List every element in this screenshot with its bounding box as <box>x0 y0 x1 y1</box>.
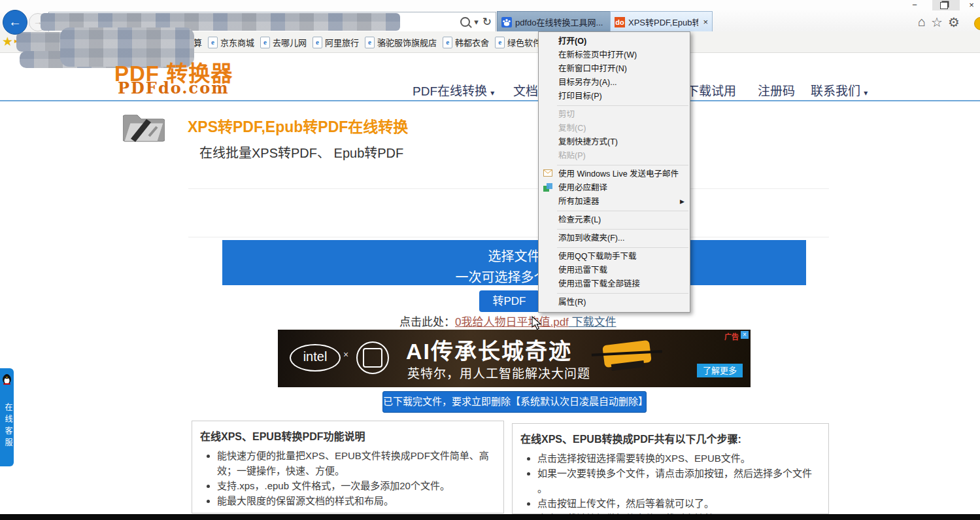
chevron-down-icon: ▾ <box>490 88 494 97</box>
minimize-button[interactable]: − <box>906 1 923 10</box>
menu-item-cut: 剪切 <box>539 108 690 122</box>
select-multiple-label: 一次可选择多个文件 <box>222 267 806 286</box>
header-divider <box>0 100 980 101</box>
features-title: 在线XPS、EPUB转换PDF功能说明 <box>200 428 496 443</box>
menu-item-all-accelerators[interactable]: 所有加速器 ▶ <box>539 195 690 209</box>
menu-item-windows-live-email[interactable]: 使用 Windows Live 发送电子邮件 <box>539 167 690 181</box>
ad-headline: AI传承长城奇迹 <box>406 334 572 366</box>
download-file-suffix-link[interactable]: 下载文件 <box>569 316 617 328</box>
steps-box: 在线XPS、EPUB转换成PDF共有以下几个步骤: 点击选择按钮选择需要转换的X… <box>512 423 829 514</box>
menu-item-label: 所有加速器 <box>558 197 600 206</box>
steps-list: 点击选择按钮选择需要转换的XPS、EPUB文件。 如果一次要转换多个文件，请点击… <box>520 451 820 520</box>
favorites-item[interactable]: e骆驼服饰旗舰店 <box>365 36 437 48</box>
menu-separator <box>557 293 688 294</box>
menu-item-open[interactable]: 打开(O) <box>539 35 690 48</box>
menu-item-save-target-as[interactable]: 目标另存为(A)... <box>539 76 690 90</box>
intel-logo: intel <box>290 344 341 372</box>
chevron-down-icon[interactable]: ▾ <box>474 17 479 27</box>
favorites-item[interactable]: e韩都衣舍 <box>443 36 489 48</box>
page-title: XPS转PDF,Epub转PDF在线转换 <box>188 114 408 137</box>
ad-banner[interactable]: intel × AI传承长城奇迹 英特尔，用人工智能解决大问题 了解更多 广告 … <box>278 330 751 387</box>
menu-item-label: 使用 Windows Live 发送电子邮件 <box>558 169 679 179</box>
chevron-down-icon: ▾ <box>864 88 868 97</box>
mail-icon <box>543 169 552 177</box>
favorites-item[interactable]: e绿色软件 <box>495 36 541 48</box>
nav-download-trial[interactable]: 下载试用 <box>686 81 736 99</box>
screen-bottom-edge <box>0 514 980 520</box>
features-list: 能快速方便的批量把XPS、EPUB文件转换成PDF文件简单、高效；一键操作，快速… <box>200 448 496 508</box>
ad-learn-more-button[interactable]: 了解更多 <box>697 364 743 377</box>
delete-notice-banner[interactable]: 已下载完文件，要求立即删除【系统默认次日凌晨自动删除】 <box>382 391 647 413</box>
menu-item-open-new-tab[interactable]: 在新标签页中打开(W) <box>539 48 690 62</box>
ad-subline: 英特尔，用人工智能解决大问题 <box>407 364 590 381</box>
menu-item-paste: 粘贴(P) <box>539 149 690 163</box>
browser-window: − × → ← ▾ ↻ pdfdo在线转换工具网... do XPS转PDF,E… <box>0 0 980 520</box>
ie-page-icon: e <box>260 37 270 48</box>
menu-separator <box>557 247 688 248</box>
favorites-star-icon[interactable]: ☆ <box>931 14 943 30</box>
section-divider <box>188 237 829 237</box>
restore-button[interactable] <box>940 2 948 9</box>
nav-contact-us[interactable]: 联系我们 ▾ <box>811 81 868 99</box>
close-button[interactable]: × <box>963 1 980 10</box>
favorites-item-label: 京东商城 <box>220 36 254 48</box>
site-logo-domain[interactable]: PDFdo.com <box>118 78 229 97</box>
download-prefix: 点击此处： <box>399 316 455 328</box>
menu-item-thunder-download[interactable]: 使用迅雷下载 <box>539 264 690 277</box>
favorites-item[interactable]: e去哪儿网 <box>260 36 307 48</box>
favorites-item[interactable]: e阿里旅行 <box>313 36 359 48</box>
menu-item-bing-translate[interactable]: 使用必应翻译 <box>539 181 690 195</box>
download-file-link[interactable]: 0我给人物日平均值.pdf <box>455 316 569 328</box>
nav-register-code[interactable]: 注册码 <box>758 81 795 99</box>
menu-item-qq-download[interactable]: 使用QQ下载助手下载 <box>539 250 690 264</box>
ie-page-icon: e <box>495 37 505 48</box>
favorites-item-label: 去哪儿网 <box>273 36 307 48</box>
qq-service-label: 在线客服 <box>0 390 14 462</box>
menu-item-inspect-element[interactable]: 检查元素(L) <box>539 213 690 227</box>
menu-item-thunder-download-all[interactable]: 使用迅雷下载全部链接 <box>539 277 690 291</box>
submenu-arrow-icon: ▶ <box>680 195 684 209</box>
nav-pdf-online-convert[interactable]: PDF在线转换 ▾ <box>413 81 494 99</box>
menu-item-print-target[interactable]: 打印目标(P) <box>539 90 690 103</box>
favorites-item-partial[interactable]: 算 <box>194 36 202 48</box>
search-icon[interactable] <box>460 17 470 27</box>
features-box: 在线XPS、EPUB转换PDF功能说明 能快速方便的批量把XPS、EPUB文件转… <box>192 421 504 513</box>
menu-item-properties[interactable]: 属性(R) <box>539 296 690 309</box>
nav-label: 联系我们 <box>811 84 860 98</box>
favorites-item[interactable]: e京东商城 <box>208 36 254 48</box>
features-item: 能最大限度的保留源文档的样式和布局。 <box>217 493 496 508</box>
ie-page-icon: e <box>443 37 452 48</box>
baidu-paw-icon <box>501 17 512 27</box>
download-row: 点击此处：0我给人物日平均值.pdf 下载文件 <box>399 313 617 329</box>
tab-close-icon[interactable]: × <box>703 17 708 27</box>
gear-icon[interactable]: ⚙ <box>948 14 960 30</box>
ad-x-separator: × <box>343 349 348 360</box>
heritage-emblem-icon <box>356 341 389 374</box>
steps-title: 在线XPS、EPUB转换成PDF共有以下几个步骤: <box>520 430 820 446</box>
context-menu: 打开(O) 在新标签页中打开(W) 在新窗口中打开(N) 目标另存为(A)...… <box>538 31 690 313</box>
qq-service-tab[interactable]: 在线客服 <box>0 368 14 466</box>
section-divider <box>188 188 829 189</box>
home-icon[interactable]: ⌂ <box>918 14 926 30</box>
drone-image <box>602 340 652 368</box>
toolbar-icon-group: ⌂ ☆ ⚙ <box>918 14 960 30</box>
menu-item-open-new-window[interactable]: 在新窗口中打开(N) <box>539 62 690 76</box>
add-favorite-star-icon[interactable]: ★ <box>2 34 13 49</box>
favorites-item-label: 韩都衣舍 <box>455 36 489 48</box>
select-file-button[interactable]: 选择文件 一次可选择多个文件 <box>222 240 806 285</box>
steps-item: 点击按钮上传文件，然后等着就可以了。 <box>537 496 820 511</box>
refresh-icon[interactable]: ↻ <box>482 15 492 29</box>
ie-page-icon: e <box>208 37 218 48</box>
ad-close-icon[interactable]: × <box>741 331 749 339</box>
convert-to-pdf-button[interactable]: 转PDF <box>479 290 539 312</box>
nav-label: PDF在线转换 <box>413 84 487 98</box>
menu-item-add-to-favorites[interactable]: 添加到收藏夹(F)... <box>539 232 690 245</box>
menu-item-label: 使用必应翻译 <box>558 183 607 192</box>
menu-item-copy-shortcut[interactable]: 复制快捷方式(T) <box>539 135 690 149</box>
menu-separator <box>557 211 688 211</box>
tab-xps-epub-convert[interactable]: do XPS转PDF,Epub转... × <box>610 11 713 33</box>
converter-folder-icon <box>123 110 165 143</box>
back-button[interactable]: ← <box>3 10 27 35</box>
tab-label: XPS转PDF,Epub转... <box>628 16 698 28</box>
tab-pdfdo-home[interactable]: pdfdo在线转换工具网... <box>497 11 618 33</box>
